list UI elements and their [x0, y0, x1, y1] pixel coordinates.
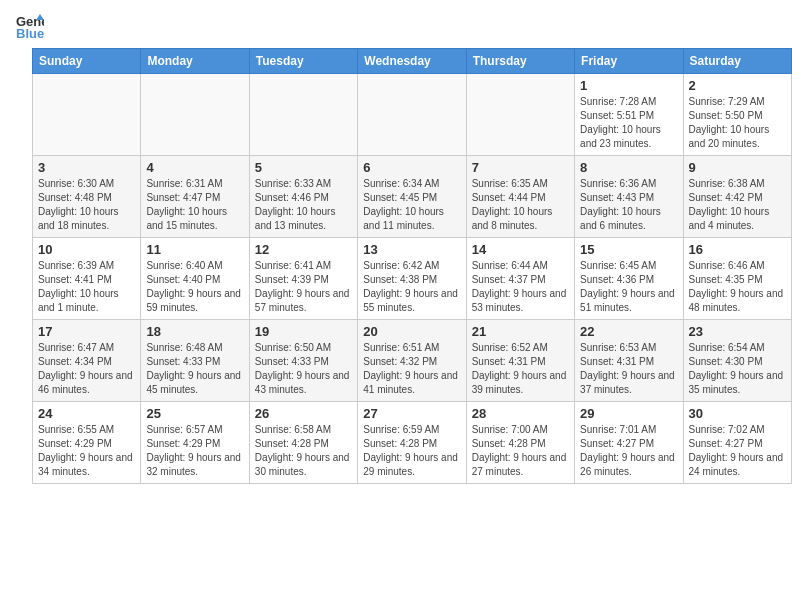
calendar-table: SundayMondayTuesdayWednesdayThursdayFrid…	[32, 48, 792, 484]
svg-text:Blue: Blue	[16, 26, 44, 40]
day-info: Sunrise: 6:55 AM Sunset: 4:29 PM Dayligh…	[38, 423, 135, 479]
calendar-cell	[249, 74, 357, 156]
day-number: 3	[38, 160, 135, 175]
calendar-week-5: 24Sunrise: 6:55 AM Sunset: 4:29 PM Dayli…	[33, 402, 792, 484]
calendar-cell: 14Sunrise: 6:44 AM Sunset: 4:37 PM Dayli…	[466, 238, 574, 320]
calendar-cell: 15Sunrise: 6:45 AM Sunset: 4:36 PM Dayli…	[575, 238, 683, 320]
logo-icon: General Blue	[16, 12, 44, 40]
day-number: 11	[146, 242, 243, 257]
day-info: Sunrise: 6:31 AM Sunset: 4:47 PM Dayligh…	[146, 177, 243, 233]
day-info: Sunrise: 6:36 AM Sunset: 4:43 PM Dayligh…	[580, 177, 677, 233]
day-number: 4	[146, 160, 243, 175]
day-number: 22	[580, 324, 677, 339]
calendar-cell: 29Sunrise: 7:01 AM Sunset: 4:27 PM Dayli…	[575, 402, 683, 484]
calendar-cell: 25Sunrise: 6:57 AM Sunset: 4:29 PM Dayli…	[141, 402, 249, 484]
day-number: 16	[689, 242, 786, 257]
day-number: 13	[363, 242, 460, 257]
weekday-header-friday: Friday	[575, 49, 683, 74]
weekday-header-thursday: Thursday	[466, 49, 574, 74]
calendar-cell: 3Sunrise: 6:30 AM Sunset: 4:48 PM Daylig…	[33, 156, 141, 238]
calendar-cell: 19Sunrise: 6:50 AM Sunset: 4:33 PM Dayli…	[249, 320, 357, 402]
day-info: Sunrise: 6:46 AM Sunset: 4:35 PM Dayligh…	[689, 259, 786, 315]
day-number: 5	[255, 160, 352, 175]
day-number: 27	[363, 406, 460, 421]
weekday-header-wednesday: Wednesday	[358, 49, 466, 74]
weekday-header-tuesday: Tuesday	[249, 49, 357, 74]
calendar-cell	[141, 74, 249, 156]
calendar-cell: 26Sunrise: 6:58 AM Sunset: 4:28 PM Dayli…	[249, 402, 357, 484]
day-info: Sunrise: 6:51 AM Sunset: 4:32 PM Dayligh…	[363, 341, 460, 397]
day-info: Sunrise: 6:30 AM Sunset: 4:48 PM Dayligh…	[38, 177, 135, 233]
calendar-cell: 23Sunrise: 6:54 AM Sunset: 4:30 PM Dayli…	[683, 320, 791, 402]
calendar-cell: 22Sunrise: 6:53 AM Sunset: 4:31 PM Dayli…	[575, 320, 683, 402]
day-info: Sunrise: 6:42 AM Sunset: 4:38 PM Dayligh…	[363, 259, 460, 315]
day-number: 2	[689, 78, 786, 93]
logo: General Blue	[16, 12, 48, 40]
day-info: Sunrise: 7:00 AM Sunset: 4:28 PM Dayligh…	[472, 423, 569, 479]
calendar-week-3: 10Sunrise: 6:39 AM Sunset: 4:41 PM Dayli…	[33, 238, 792, 320]
day-info: Sunrise: 6:48 AM Sunset: 4:33 PM Dayligh…	[146, 341, 243, 397]
day-number: 7	[472, 160, 569, 175]
calendar-cell: 24Sunrise: 6:55 AM Sunset: 4:29 PM Dayli…	[33, 402, 141, 484]
day-info: Sunrise: 6:39 AM Sunset: 4:41 PM Dayligh…	[38, 259, 135, 315]
day-number: 30	[689, 406, 786, 421]
day-number: 8	[580, 160, 677, 175]
calendar-week-1: 1Sunrise: 7:28 AM Sunset: 5:51 PM Daylig…	[33, 74, 792, 156]
calendar-cell: 9Sunrise: 6:38 AM Sunset: 4:42 PM Daylig…	[683, 156, 791, 238]
day-info: Sunrise: 6:57 AM Sunset: 4:29 PM Dayligh…	[146, 423, 243, 479]
day-info: Sunrise: 6:38 AM Sunset: 4:42 PM Dayligh…	[689, 177, 786, 233]
day-number: 15	[580, 242, 677, 257]
calendar-cell: 30Sunrise: 7:02 AM Sunset: 4:27 PM Dayli…	[683, 402, 791, 484]
calendar-cell: 8Sunrise: 6:36 AM Sunset: 4:43 PM Daylig…	[575, 156, 683, 238]
day-info: Sunrise: 6:34 AM Sunset: 4:45 PM Dayligh…	[363, 177, 460, 233]
day-number: 1	[580, 78, 677, 93]
calendar-cell	[358, 74, 466, 156]
calendar-body: 1Sunrise: 7:28 AM Sunset: 5:51 PM Daylig…	[33, 74, 792, 484]
calendar-cell: 4Sunrise: 6:31 AM Sunset: 4:47 PM Daylig…	[141, 156, 249, 238]
day-number: 28	[472, 406, 569, 421]
day-number: 18	[146, 324, 243, 339]
day-info: Sunrise: 6:59 AM Sunset: 4:28 PM Dayligh…	[363, 423, 460, 479]
day-info: Sunrise: 6:41 AM Sunset: 4:39 PM Dayligh…	[255, 259, 352, 315]
day-number: 17	[38, 324, 135, 339]
day-info: Sunrise: 6:44 AM Sunset: 4:37 PM Dayligh…	[472, 259, 569, 315]
calendar-cell: 7Sunrise: 6:35 AM Sunset: 4:44 PM Daylig…	[466, 156, 574, 238]
calendar-cell: 1Sunrise: 7:28 AM Sunset: 5:51 PM Daylig…	[575, 74, 683, 156]
day-number: 25	[146, 406, 243, 421]
calendar-week-2: 3Sunrise: 6:30 AM Sunset: 4:48 PM Daylig…	[33, 156, 792, 238]
day-info: Sunrise: 6:58 AM Sunset: 4:28 PM Dayligh…	[255, 423, 352, 479]
calendar-cell: 10Sunrise: 6:39 AM Sunset: 4:41 PM Dayli…	[33, 238, 141, 320]
calendar-header-row: SundayMondayTuesdayWednesdayThursdayFrid…	[33, 49, 792, 74]
day-number: 14	[472, 242, 569, 257]
calendar-cell	[466, 74, 574, 156]
day-number: 21	[472, 324, 569, 339]
day-info: Sunrise: 7:02 AM Sunset: 4:27 PM Dayligh…	[689, 423, 786, 479]
weekday-header-sunday: Sunday	[33, 49, 141, 74]
calendar-cell: 16Sunrise: 6:46 AM Sunset: 4:35 PM Dayli…	[683, 238, 791, 320]
calendar-cell: 21Sunrise: 6:52 AM Sunset: 4:31 PM Dayli…	[466, 320, 574, 402]
weekday-header-monday: Monday	[141, 49, 249, 74]
calendar-cell: 6Sunrise: 6:34 AM Sunset: 4:45 PM Daylig…	[358, 156, 466, 238]
calendar-cell: 12Sunrise: 6:41 AM Sunset: 4:39 PM Dayli…	[249, 238, 357, 320]
day-number: 9	[689, 160, 786, 175]
day-info: Sunrise: 6:45 AM Sunset: 4:36 PM Dayligh…	[580, 259, 677, 315]
calendar-cell: 27Sunrise: 6:59 AM Sunset: 4:28 PM Dayli…	[358, 402, 466, 484]
day-info: Sunrise: 7:29 AM Sunset: 5:50 PM Dayligh…	[689, 95, 786, 151]
day-info: Sunrise: 6:40 AM Sunset: 4:40 PM Dayligh…	[146, 259, 243, 315]
day-number: 20	[363, 324, 460, 339]
day-info: Sunrise: 7:28 AM Sunset: 5:51 PM Dayligh…	[580, 95, 677, 151]
calendar-week-4: 17Sunrise: 6:47 AM Sunset: 4:34 PM Dayli…	[33, 320, 792, 402]
calendar-cell: 5Sunrise: 6:33 AM Sunset: 4:46 PM Daylig…	[249, 156, 357, 238]
calendar-cell: 28Sunrise: 7:00 AM Sunset: 4:28 PM Dayli…	[466, 402, 574, 484]
day-info: Sunrise: 6:54 AM Sunset: 4:30 PM Dayligh…	[689, 341, 786, 397]
day-number: 29	[580, 406, 677, 421]
calendar-cell: 20Sunrise: 6:51 AM Sunset: 4:32 PM Dayli…	[358, 320, 466, 402]
day-info: Sunrise: 6:52 AM Sunset: 4:31 PM Dayligh…	[472, 341, 569, 397]
page-header: General Blue	[0, 0, 792, 48]
day-info: Sunrise: 6:53 AM Sunset: 4:31 PM Dayligh…	[580, 341, 677, 397]
calendar-cell: 11Sunrise: 6:40 AM Sunset: 4:40 PM Dayli…	[141, 238, 249, 320]
day-number: 12	[255, 242, 352, 257]
calendar-cell: 2Sunrise: 7:29 AM Sunset: 5:50 PM Daylig…	[683, 74, 791, 156]
day-info: Sunrise: 6:35 AM Sunset: 4:44 PM Dayligh…	[472, 177, 569, 233]
calendar-cell: 18Sunrise: 6:48 AM Sunset: 4:33 PM Dayli…	[141, 320, 249, 402]
